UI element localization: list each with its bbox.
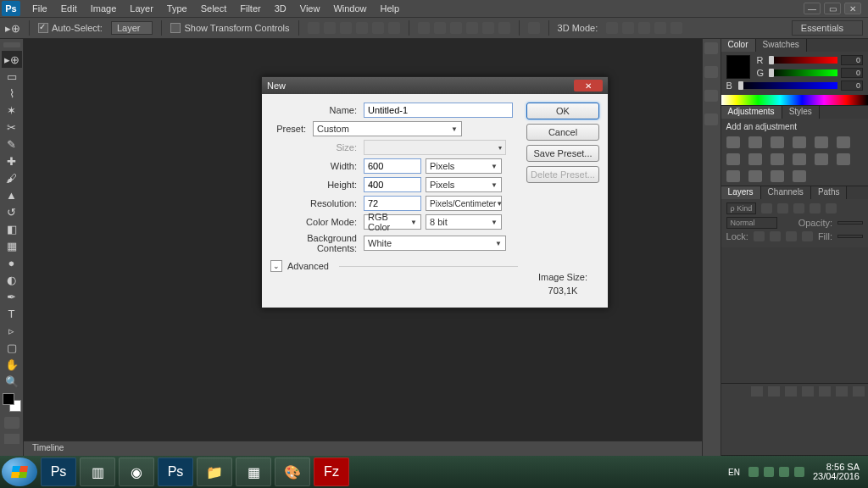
adjustment-icon[interactable]: [837, 153, 850, 165]
tray-icon[interactable]: [748, 467, 759, 477]
dialog-titlebar[interactable]: New ✕: [262, 77, 608, 94]
bg-contents-dropdown[interactable]: White▼: [364, 236, 506, 251]
align-icon[interactable]: [356, 22, 368, 34]
tray-icon[interactable]: [779, 467, 789, 477]
menu-select[interactable]: Select: [194, 2, 234, 15]
pen-tool[interactable]: ✒: [2, 288, 22, 305]
preset-dropdown[interactable]: Custom▼: [313, 121, 462, 136]
marquee-tool[interactable]: ▭: [2, 68, 22, 85]
filter-icon[interactable]: [777, 203, 788, 214]
workspace-switcher[interactable]: Essentials: [792, 20, 863, 36]
height-unit-dropdown[interactable]: Pixels▼: [426, 177, 502, 192]
menu-3d[interactable]: 3D: [268, 2, 293, 15]
hand-tool[interactable]: ✋: [2, 356, 22, 373]
quick-mask-toggle[interactable]: [4, 417, 19, 429]
properties-panel-icon[interactable]: [704, 66, 718, 78]
mask-icon[interactable]: [785, 386, 797, 396]
r-slider[interactable]: [769, 57, 837, 64]
trash-icon[interactable]: [853, 386, 865, 396]
align-icon[interactable]: [340, 22, 352, 34]
tray-icon[interactable]: [794, 467, 804, 477]
color-mode-dropdown[interactable]: RGB Color▼: [364, 214, 421, 230]
toolbox-grip[interactable]: [3, 42, 20, 47]
start-button[interactable]: [2, 458, 37, 486]
filter-icon[interactable]: [761, 203, 772, 214]
lock-icon[interactable]: [754, 231, 765, 241]
taskbar-folder[interactable]: 📁: [197, 458, 232, 486]
distribute-icon[interactable]: [482, 22, 494, 34]
lasso-tool[interactable]: ⌇: [2, 85, 22, 102]
tab-adjustments[interactable]: Adjustments: [721, 106, 782, 119]
cancel-button[interactable]: Cancel: [526, 124, 599, 141]
blend-mode-dropdown[interactable]: Normal: [726, 217, 777, 229]
distribute-icon[interactable]: [418, 22, 430, 34]
r-value[interactable]: 0: [841, 55, 863, 65]
language-indicator[interactable]: EN: [728, 468, 740, 477]
resolution-unit-dropdown[interactable]: Pixels/Centimeter▼: [426, 196, 502, 211]
taskbar-app[interactable]: ▦: [236, 458, 271, 486]
height-input[interactable]: [364, 177, 421, 192]
taskbar-paint[interactable]: 🎨: [275, 458, 310, 486]
filter-icon[interactable]: [826, 203, 837, 214]
distribute-icon[interactable]: [498, 22, 510, 34]
width-input[interactable]: [364, 158, 421, 174]
b-value[interactable]: 0: [841, 80, 863, 91]
g-value[interactable]: 0: [841, 68, 863, 78]
spectrum-bar[interactable]: [721, 95, 868, 105]
zoom-tool[interactable]: 🔍: [2, 373, 22, 390]
path-select-tool[interactable]: ▹: [2, 322, 22, 339]
filter-icon[interactable]: [793, 203, 804, 214]
3d-icon[interactable]: [670, 22, 682, 34]
menu-layer[interactable]: Layer: [123, 2, 160, 15]
dialog-close-button[interactable]: ✕: [574, 80, 603, 92]
g-slider[interactable]: [769, 69, 837, 76]
new-layer-icon[interactable]: [836, 386, 848, 396]
auto-align-icon[interactable]: [528, 22, 540, 34]
gradient-tool[interactable]: ▦: [2, 237, 22, 254]
menu-view[interactable]: View: [293, 2, 327, 15]
eyedropper-tool[interactable]: ✎: [2, 136, 22, 152]
bit-depth-dropdown[interactable]: 8 bit▼: [426, 214, 502, 230]
3d-icon[interactable]: [654, 22, 666, 34]
distribute-icon[interactable]: [466, 22, 478, 34]
tab-layers[interactable]: Layers: [721, 186, 761, 199]
align-icon[interactable]: [388, 22, 400, 34]
tab-swatches[interactable]: Swatches: [756, 39, 807, 52]
adjustment-icon[interactable]: [748, 136, 762, 148]
name-input[interactable]: [364, 103, 513, 118]
link-layers-icon[interactable]: [751, 386, 763, 396]
history-brush-tool[interactable]: ↺: [2, 203, 22, 220]
menu-edit[interactable]: Edit: [54, 2, 84, 15]
tab-channels[interactable]: Channels: [761, 186, 811, 199]
menu-window[interactable]: Window: [326, 2, 373, 15]
advanced-toggle[interactable]: ⌄ Advanced: [270, 260, 518, 272]
tray-icon[interactable]: [764, 467, 774, 477]
move-tool[interactable]: ▸⊕: [2, 51, 22, 68]
3d-icon[interactable]: [622, 22, 634, 34]
taskbar-photoshop-2[interactable]: Ps: [158, 458, 193, 486]
3d-icon[interactable]: [638, 22, 650, 34]
healing-tool[interactable]: ✚: [2, 152, 22, 169]
history-panel-icon[interactable]: [704, 42, 718, 54]
show-transform-checkbox[interactable]: Show Transform Controls: [170, 23, 289, 33]
lock-icon[interactable]: [802, 231, 813, 241]
save-preset-button[interactable]: Save Preset...: [526, 145, 599, 162]
align-icon[interactable]: [308, 22, 320, 34]
foreground-color[interactable]: [3, 393, 14, 405]
ok-button[interactable]: OK: [526, 103, 599, 119]
shape-tool[interactable]: ▢: [2, 339, 22, 356]
adjustment-icon[interactable]: [793, 136, 806, 148]
quick-select-tool[interactable]: ✶: [2, 102, 22, 119]
adjustment-icon[interactable]: [726, 153, 740, 165]
menu-image[interactable]: Image: [84, 2, 124, 15]
group-icon[interactable]: [819, 386, 831, 396]
adjustment-icon[interactable]: [815, 153, 828, 165]
lock-icon[interactable]: [770, 231, 781, 241]
width-unit-dropdown[interactable]: Pixels▼: [426, 158, 502, 174]
adjustment-icon[interactable]: [837, 136, 850, 148]
tab-styles[interactable]: Styles: [782, 106, 820, 119]
fx-icon[interactable]: [768, 386, 780, 396]
info-panel-icon[interactable]: [704, 114, 718, 125]
close-button[interactable]: [844, 3, 861, 14]
menu-help[interactable]: Help: [374, 2, 407, 15]
